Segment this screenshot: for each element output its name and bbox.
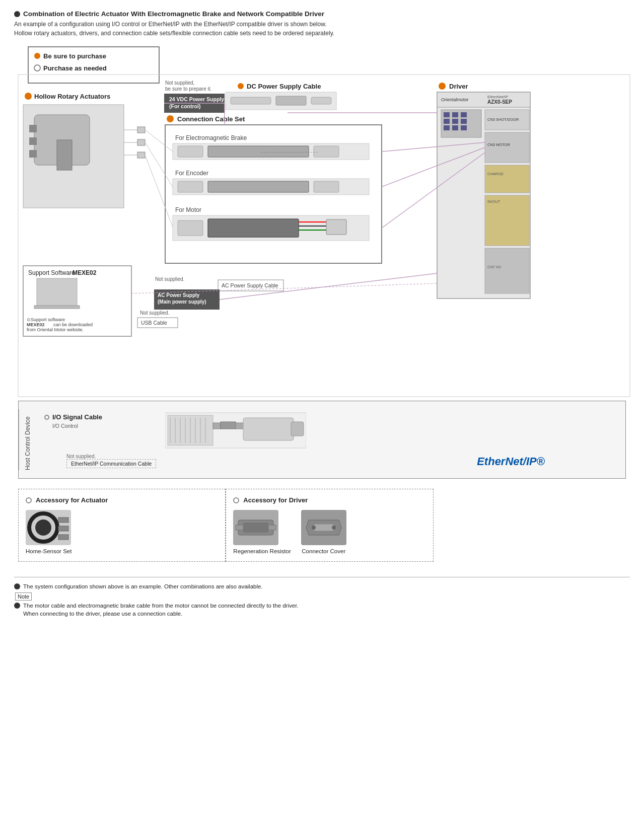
ethernet-cable-area: Not supplied. EtherNet/IP Communication … xyxy=(66,454,156,468)
ethernet-not-supplied: Not supplied. xyxy=(66,454,156,459)
svg-text:AC Power Supply: AC Power Supply xyxy=(158,292,200,298)
svg-rect-11 xyxy=(29,137,37,145)
note-box-line: Note xyxy=(14,592,630,601)
svg-text:Purchase as needed: Purchase as needed xyxy=(43,64,107,72)
svg-rect-10 xyxy=(29,125,37,132)
accessory-driver-items: Regeneration Resistor Connector Cover xyxy=(233,510,425,554)
svg-rect-68 xyxy=(444,125,450,130)
svg-rect-127 xyxy=(58,526,68,531)
svg-text:- - - - - - - - - - - - - - - : - - - - - - - - - - - - - - - - - - - - … xyxy=(261,150,318,155)
connector-cover-image xyxy=(301,510,346,545)
svg-text:Driver: Driver xyxy=(449,83,468,90)
svg-rect-130 xyxy=(243,523,268,533)
svg-text:For Motor: For Motor xyxy=(175,206,201,213)
svg-rect-133 xyxy=(314,524,334,531)
host-control-section: Host Control Device I/O Signal Cable I/O… xyxy=(18,401,626,479)
notes-section: The system configuration shown above is … xyxy=(14,577,630,617)
io-cable-image xyxy=(165,408,617,455)
svg-point-134 xyxy=(312,526,316,530)
home-sensor-label: Home-Sensor Set xyxy=(26,548,71,554)
main-title: Combination of Electric Actuator With El… xyxy=(14,10,630,18)
svg-rect-43 xyxy=(314,181,339,192)
svg-text:⊙Support software: ⊙Support software xyxy=(27,317,65,322)
accessory-empty xyxy=(434,489,626,562)
svg-text:MEXE02: MEXE02 xyxy=(27,322,45,327)
svg-text:USB Cable: USB Cable xyxy=(141,320,167,326)
regen-resistor-item: Regeneration Resistor xyxy=(233,510,291,554)
regen-resistor-label: Regeneration Resistor xyxy=(233,548,291,554)
svg-rect-42 xyxy=(208,181,309,192)
accessory-actuator-circle xyxy=(26,497,32,503)
svg-rect-28 xyxy=(276,96,306,105)
svg-text:Not supplied.: Not supplied. xyxy=(140,310,169,316)
ethernet-ip-label: EtherNet/IP® xyxy=(477,455,545,468)
svg-rect-119 xyxy=(213,423,221,429)
svg-text:IN/OUT: IN/OUT xyxy=(487,199,500,204)
svg-text:Not supplied.: Not supplied. xyxy=(155,276,184,282)
regen-resistor-svg xyxy=(233,510,278,545)
accessory-section: Accessory for Actuator xyxy=(18,489,626,562)
title-section: Combination of Electric Actuator With El… xyxy=(14,10,630,38)
svg-rect-51 xyxy=(326,219,346,235)
svg-point-30 xyxy=(167,115,174,122)
note-line-3: When connecting to the driver, please us… xyxy=(14,611,630,617)
svg-rect-16 xyxy=(137,139,145,145)
home-sensor-image xyxy=(26,510,71,545)
svg-point-58 xyxy=(439,83,446,90)
svg-rect-76 xyxy=(485,132,529,163)
svg-text:Orientalmotor: Orientalmotor xyxy=(441,97,469,102)
svg-rect-47 xyxy=(208,219,299,237)
svg-text:CN7 I/O: CN7 I/O xyxy=(487,265,501,269)
svg-text:can be downloaded: can be downloaded xyxy=(53,322,93,327)
page: Combination of Electric Actuator With El… xyxy=(0,0,644,629)
svg-rect-98 xyxy=(37,278,77,306)
svg-text:MEXE02: MEXE02 xyxy=(73,269,97,276)
svg-rect-72 xyxy=(461,112,467,117)
svg-point-5 xyxy=(25,93,32,100)
svg-text:EtherNet/IP: EtherNet/IP xyxy=(487,95,508,99)
accessory-driver-circle xyxy=(233,497,239,503)
note-line-2: The motor cable and electromagnetic brak… xyxy=(14,603,630,609)
main-diagram: Be sure to purchase Purchase as needed H… xyxy=(14,42,630,406)
svg-rect-131 xyxy=(236,525,243,530)
svg-text:Be sure to purchase: Be sure to purchase xyxy=(43,52,106,60)
svg-rect-71 xyxy=(452,125,458,130)
svg-rect-126 xyxy=(58,517,68,523)
svg-text:For Encoder: For Encoder xyxy=(175,170,208,177)
svg-text:Connection Cable Set: Connection Cable Set xyxy=(177,115,245,123)
io-cable-svg xyxy=(165,408,306,453)
accessory-actuator-items: Home-Sensor Set xyxy=(26,510,218,554)
svg-rect-128 xyxy=(58,535,68,540)
svg-text:For Electromagnetic Brake: For Electromagnetic Brake xyxy=(175,134,247,141)
svg-rect-41 xyxy=(178,181,203,192)
title-bullet xyxy=(14,11,20,17)
svg-rect-27 xyxy=(231,97,271,104)
svg-rect-46 xyxy=(178,220,203,236)
svg-rect-9 xyxy=(57,140,72,170)
svg-rect-73 xyxy=(461,119,467,124)
svg-point-135 xyxy=(332,526,336,530)
svg-rect-122 xyxy=(243,418,294,440)
svg-text:CN3 SHOT/DOOR: CN3 SHOT/DOOR xyxy=(487,117,519,122)
connector-cover-svg xyxy=(301,510,346,545)
svg-rect-120 xyxy=(221,422,236,429)
svg-rect-77 xyxy=(485,165,529,193)
svg-rect-67 xyxy=(444,119,450,124)
svg-text:24 VDC Power Supply: 24 VDC Power Supply xyxy=(169,96,224,102)
accessory-driver-box: Accessory for Driver Regeneration Resist… xyxy=(226,489,433,562)
note1-bullet xyxy=(14,583,20,589)
ethernet-cable-box: EtherNet/IP Communication Cable xyxy=(66,459,156,468)
svg-rect-70 xyxy=(452,119,458,124)
svg-text:(For control): (For control) xyxy=(169,103,200,109)
note-box: Note xyxy=(15,592,32,601)
accessory-actuator-box: Accessory for Actuator xyxy=(18,489,226,562)
svg-text:(Main power supply): (Main power supply) xyxy=(158,299,206,305)
accessory-actuator-title: Accessory for Actuator xyxy=(26,496,218,504)
svg-point-24 xyxy=(238,83,244,89)
subtitle2: Hollow rotary actuators, drivers, and co… xyxy=(14,29,630,38)
svg-text:CHARGE: CHARGE xyxy=(487,172,504,176)
svg-rect-14 xyxy=(137,127,145,133)
svg-rect-99 xyxy=(34,306,80,309)
connector-cover-item: Connector Cover xyxy=(301,510,346,554)
accessory-driver-title: Accessory for Driver xyxy=(233,496,425,504)
